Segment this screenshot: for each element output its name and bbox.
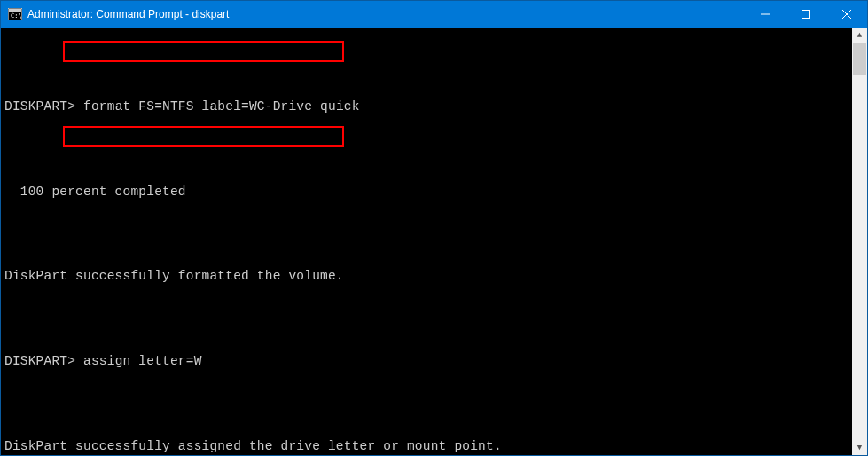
window-controls	[745, 1, 867, 28]
prompt: DISKPART>	[4, 100, 75, 114]
result-text: DiskPart successfully assigned the drive…	[4, 440, 502, 454]
scroll-thumb[interactable]	[853, 43, 866, 75]
scroll-down-arrow[interactable]: ▼	[852, 440, 867, 455]
window-title: Administrator: Command Prompt - diskpart	[27, 8, 745, 20]
progress-text: 100 percent completed	[4, 185, 186, 200]
scroll-up-arrow[interactable]: ▲	[852, 28, 867, 43]
result-text: DiskPart successfully formatted the volu…	[4, 270, 344, 284]
terminal-line: DiskPart successfully formatted the volu…	[4, 270, 852, 284]
app-icon: C:\	[8, 8, 22, 20]
terminal-output[interactable]: DISKPART> format FS=NTFS label=WC-Drive …	[1, 28, 852, 455]
terminal-line: 100 percent completed	[4, 185, 852, 200]
close-button[interactable]	[826, 1, 867, 28]
command-text: assign letter=W	[83, 355, 202, 369]
content-area: DISKPART> format FS=NTFS label=WC-Drive …	[1, 28, 867, 455]
vertical-scrollbar[interactable]: ▲ ▼	[852, 28, 867, 455]
terminal-line: DiskPart successfully assigned the drive…	[4, 440, 852, 454]
svg-text:C:\: C:\	[11, 12, 22, 20]
svg-rect-4	[802, 11, 810, 19]
prompt: DISKPART>	[4, 355, 75, 369]
maximize-button[interactable]	[786, 1, 826, 28]
terminal-line: DISKPART> format FS=NTFS label=WC-Drive …	[4, 100, 852, 114]
title-bar[interactable]: C:\ Administrator: Command Prompt - disk…	[1, 1, 867, 28]
command-text: format FS=NTFS label=WC-Drive quick	[83, 100, 360, 114]
minimize-button[interactable]	[745, 1, 786, 28]
svg-rect-1	[9, 9, 21, 12]
terminal-line: DISKPART> assign letter=W	[4, 355, 852, 369]
